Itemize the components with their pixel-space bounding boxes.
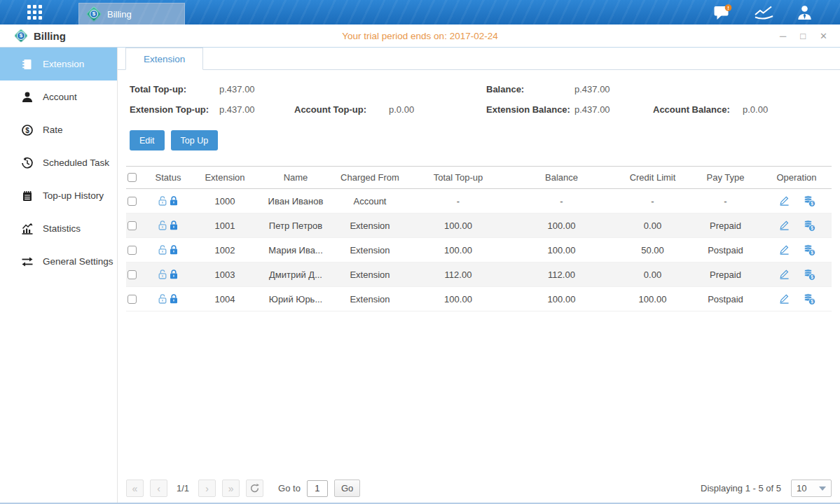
next-page-icon: › [205, 483, 209, 494]
topup-coins-icon[interactable]: $ [803, 244, 815, 256]
account-topup-label: Account Top-up: [294, 104, 389, 115]
refresh-button[interactable] [246, 479, 263, 497]
tab-extension[interactable]: Extension [125, 48, 203, 70]
edit-icon[interactable] [778, 219, 790, 232]
edit-icon[interactable] [778, 293, 790, 305]
row-checkbox[interactable] [128, 197, 137, 206]
pagination-bar: « ‹ 1/1 › » Go to Go Display [126, 479, 832, 497]
cell-extension: 1002 [189, 245, 261, 255]
user-account-button[interactable] [796, 4, 813, 21]
notifications-button[interactable]: ! [714, 4, 733, 20]
minimize-button[interactable]: ─ [780, 31, 786, 41]
resource-monitor-button[interactable] [754, 5, 775, 20]
edit-icon[interactable] [778, 195, 790, 207]
content-tabbar: Extension [118, 48, 840, 70]
column-header-total-topup: Total Top-up [409, 172, 507, 183]
top-up-button[interactable]: Top Up [171, 130, 219, 150]
table-row: 1000 Иван Иванов Account - - - - $ [126, 189, 832, 214]
cell-charged-from: Extension [331, 270, 409, 280]
sidebar-item-label: Statistics [43, 223, 81, 234]
column-header-balance: Balance [507, 172, 616, 183]
row-checkbox[interactable] [128, 221, 137, 230]
go-button[interactable]: Go [334, 479, 360, 497]
topup-coins-icon[interactable]: $ [803, 268, 815, 281]
sidebar-item-general-settings[interactable]: General Settings [0, 245, 117, 278]
sidebar-item-rate[interactable]: $ Rate [0, 113, 117, 146]
sidebar-item-label: Extension [43, 59, 84, 69]
prev-page-button[interactable]: ‹ [150, 479, 167, 497]
account-topup-value: p.0.00 [389, 104, 486, 115]
row-checkbox[interactable] [128, 295, 137, 304]
cell-name: Петр Петров [261, 220, 331, 231]
dollar-circle-icon: $ [21, 124, 34, 136]
cell-credit-limit: 0.00 [616, 220, 689, 231]
system-topbar: $ Billing ! [0, 0, 840, 24]
svg-text:!: ! [727, 5, 729, 11]
cell-balance: 100.00 [507, 294, 616, 304]
extension-balance-label: Extension Balance: [486, 104, 574, 115]
transfer-arrows-icon [21, 255, 34, 268]
cell-name: Мария Ива... [261, 245, 331, 255]
sidebar-item-scheduled-task[interactable]: Scheduled Task [0, 146, 117, 179]
bar-chart-icon [21, 223, 34, 235]
topbar-actions: ! [714, 4, 813, 21]
column-header-operation: Operation [762, 172, 832, 183]
select-all-checkbox[interactable] [128, 173, 137, 182]
topbar-billing-tab[interactable]: $ Billing [78, 3, 185, 24]
window-controls: ─ □ ✕ [780, 31, 827, 41]
cell-balance: 100.00 [507, 245, 616, 255]
edit-icon[interactable] [778, 244, 790, 256]
cell-balance: 100.00 [507, 220, 616, 231]
edit-icon[interactable] [778, 268, 790, 281]
column-header-charged-from: Charged From [331, 172, 409, 183]
column-header-status: Status [147, 172, 189, 183]
svg-text:$: $ [811, 299, 813, 304]
sidebar-item-label: General Settings [43, 256, 113, 267]
maximize-button[interactable]: □ [800, 31, 806, 41]
column-header-credit-limit: Credit Limit [616, 172, 689, 183]
page-size-value: 10 [797, 483, 806, 493]
goto-label: Go to [278, 483, 301, 493]
first-page-button[interactable]: « [126, 479, 144, 497]
cell-credit-limit: 50.00 [616, 245, 689, 255]
sidebar-item-statistics[interactable]: Statistics [0, 212, 117, 245]
locked-icon [168, 269, 179, 280]
svg-text:$: $ [25, 126, 29, 134]
last-page-button[interactable]: » [222, 479, 240, 497]
locked-icon [168, 220, 179, 231]
table-row: 1004 Юрий Юрь... Extension 100.00 100.00… [126, 287, 832, 312]
sidebar-item-extension[interactable]: Extension [0, 48, 117, 80]
summary-right: Balance: p.437.00 Extension Balance: p.4… [486, 84, 840, 125]
summary-left: Total Top-up: p.437.00 Extension Top-up:… [130, 84, 486, 125]
topup-coins-icon[interactable]: $ [803, 219, 815, 232]
window-title: Billing [34, 30, 66, 42]
topup-coins-icon[interactable]: $ [803, 293, 815, 305]
edit-button[interactable]: Edit [130, 130, 165, 150]
cell-extension: 1001 [189, 220, 261, 231]
cell-credit-limit: 0.00 [616, 270, 689, 280]
cell-pay-type: - [689, 196, 762, 206]
total-topup-label: Total Top-up: [130, 84, 219, 94]
goto-page-input[interactable] [307, 480, 328, 497]
account-balance-value: p.0.00 [743, 104, 840, 115]
ledger-icon [21, 190, 34, 202]
sidebar-item-label: Top-up History [43, 190, 104, 201]
sidebar-item-account[interactable]: Account [0, 80, 117, 113]
cell-balance: 112.00 [507, 270, 616, 280]
window-titlebar: $ Billing Your trial period ends on: 201… [0, 24, 840, 48]
sidebar-item-topup-history[interactable]: Top-up History [0, 179, 117, 212]
row-checkbox[interactable] [128, 246, 137, 255]
table-row: 1002 Мария Ива... Extension 100.00 100.0… [126, 238, 832, 262]
app-launcher-button[interactable] [25, 4, 43, 22]
next-page-button[interactable]: › [198, 479, 216, 497]
locked-icon [168, 293, 179, 304]
cell-credit-limit: 100.00 [616, 294, 689, 304]
topup-coins-icon[interactable]: $ [803, 195, 815, 207]
person-icon [796, 4, 813, 21]
page-size-select[interactable]: 10 [791, 479, 832, 497]
row-checkbox[interactable] [128, 270, 137, 279]
table-actions: Edit Top Up [118, 125, 840, 150]
grid-icon [27, 5, 42, 20]
topbar-tab-label: Billing [107, 9, 132, 20]
close-button[interactable]: ✕ [820, 31, 827, 41]
